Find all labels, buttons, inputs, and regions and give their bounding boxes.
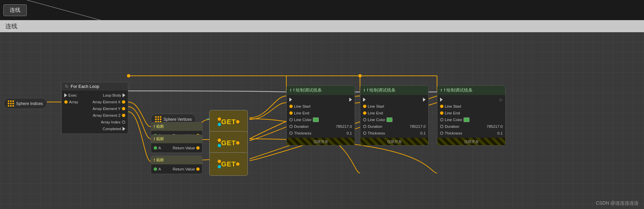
sphere-indices-node[interactable]: Sphere Indices (3, 98, 47, 109)
draw-2-exec-out (423, 98, 426, 102)
for-each-loop-node[interactable]: ↻ For Each Loop Exec Loop Body Array (61, 82, 128, 134)
svg-line-0 (27, 0, 100, 20)
draw-3-exec-in (440, 98, 443, 102)
draw-3-color-swatch (463, 117, 470, 122)
draw-1-duration-pin (289, 125, 293, 128)
draw-2-duration-value: 785217.0 (410, 124, 426, 128)
draw-1-exec-out (349, 98, 352, 102)
draw-3-exec-out-hollow: ▷ (500, 97, 503, 102)
get-1-in-yellow (218, 117, 221, 121)
draw-2-line-color-pin (363, 118, 366, 121)
draw-3-line-color-pin (440, 118, 443, 121)
draw-node-3[interactable]: f f 绘制调试线条 ▷ Line Start (437, 85, 506, 146)
truncate-2-header: f 截断 (151, 135, 202, 143)
connect-button[interactable]: 连线 (3, 4, 27, 16)
get-3-out-pin (236, 162, 239, 166)
for-each-row-z: Array Element Z (62, 112, 128, 119)
draw-1-header: f f 绘制调试线条 (287, 86, 355, 95)
draw-2-thickness: Thickness 0.1 (360, 130, 428, 137)
truncate-2-body: A Return Value (151, 143, 202, 153)
draw-2-exec-in (363, 98, 366, 102)
for-each-icon: ↻ (65, 84, 69, 89)
draw-1-footer: 仅限开发 (287, 138, 355, 145)
get-2-in-cyan (218, 144, 221, 147)
draw-2-duration-pin (363, 125, 366, 128)
truncate-3-body: A Return Value (151, 164, 202, 174)
draw-3-exec-row: ▷ (437, 96, 505, 103)
truncate-3-a-pin (154, 167, 157, 171)
diagonal-decoration (27, 0, 100, 20)
draw-1-exec-row (287, 96, 355, 103)
breadcrumb-text: 连线 (5, 22, 17, 30)
draw-2-header: f f 绘制调试线条 (360, 86, 428, 95)
get-node-3[interactable]: GET (209, 152, 248, 176)
draw-1-footer-text: 仅限开发 (313, 139, 328, 144)
draw-2-thickness-pin (363, 132, 366, 135)
for-each-row-y: Array Element Y (62, 105, 128, 112)
array-in-pin (64, 100, 68, 104)
draw-3-line-start-pin (440, 105, 443, 108)
draw-1-line-color-pin (289, 118, 293, 121)
get-3-in-cyan (218, 165, 221, 168)
get-1-label: GET (221, 118, 236, 126)
get-3-label: GET (221, 160, 236, 168)
truncate-node-3[interactable]: f 截断 A Return Value (151, 156, 203, 174)
array-element-y-pin (122, 107, 125, 110)
get-1-left-pins (218, 117, 221, 126)
draw-1-duration-value: 785217.0 (336, 124, 352, 128)
draw-1-thickness-pin (289, 132, 293, 135)
truncate-3-return-pin (196, 167, 200, 171)
draw-2-body: Line Start Line End Line Color (360, 95, 428, 138)
draw-1-title: f 绘制调试线条 (293, 87, 322, 93)
draw-3-duration: Duration 785217.0 (437, 123, 505, 130)
for-each-body: Exec Loop Body Array Array Element X (62, 91, 128, 134)
get-3-left-pins (218, 160, 221, 168)
top-bar: 连线 (0, 0, 644, 20)
draw-2-title: f 绘制调试线条 (367, 87, 396, 93)
draw-1-duration: Duration 785217.0 (287, 123, 355, 130)
get-3-right-pins (236, 162, 239, 166)
draw-1-line-start-pin (289, 105, 293, 108)
truncate-2-return-pin (196, 146, 200, 150)
for-each-header: ↻ For Each Loop (62, 82, 128, 91)
draw-1-thickness: Thickness 0.1 (287, 130, 355, 137)
draw-3-line-color: Line Color (437, 116, 505, 123)
get-node-2[interactable]: GET (209, 131, 248, 155)
canvas-area[interactable]: Sphere Indices ↻ For Each Loop Exec Loop… (0, 32, 644, 209)
get-node-1[interactable]: GET (209, 110, 248, 134)
array-element-x-pin (122, 100, 125, 104)
get-3-in-yellow (218, 160, 221, 163)
draw-3-footer: 仅限开发 (437, 138, 505, 145)
draw-3-header: f f 绘制调试线条 (437, 86, 505, 95)
watermark: CSDN @连连连连连 (596, 200, 639, 206)
get-2-left-pins (218, 139, 221, 147)
array-element-z-pin (122, 114, 125, 117)
draw-3-duration-value: 785217.0 (487, 124, 503, 128)
truncate-1-header: f 截断 (151, 122, 202, 131)
draw-node-2[interactable]: f f 绘制调试线条 Line Start (360, 85, 429, 146)
draw-2-duration: Duration 785217.0 (360, 123, 428, 130)
get-2-in-yellow (218, 139, 221, 142)
loop-body-pin (123, 93, 125, 97)
draw-2-line-color: Line Color (360, 116, 428, 123)
draw-1-line-color: Line Color (287, 116, 355, 123)
draw-1-line-end-pin (289, 111, 293, 115)
get-2-right-pins (236, 141, 239, 145)
get-1-right-pins (236, 120, 239, 123)
svg-point-2 (358, 74, 362, 77)
for-each-row-exec: Exec Loop Body (62, 92, 128, 99)
draw-3-duration-pin (440, 125, 443, 128)
draw-3-line-end-pin (440, 111, 443, 115)
breadcrumb: 连线 (0, 20, 644, 32)
sphere-indices-label: Sphere Indices (16, 101, 43, 106)
draw-2-line-end: Line End (360, 110, 428, 116)
draw-2-exec-row (360, 96, 428, 103)
draw-node-1[interactable]: f f 绘制调试线条 Line Start (286, 85, 355, 146)
truncate-node-2[interactable]: f 截断 A Return Value (151, 135, 203, 153)
for-each-row-completed: Completed (62, 125, 128, 132)
draw-3-thickness: Thickness 0.1 (437, 130, 505, 137)
draw-2-color-swatch (386, 117, 392, 122)
draw-1-exec-in (289, 98, 292, 102)
svg-point-1 (127, 74, 130, 77)
draw-3-line-start: Line Start (437, 103, 505, 110)
